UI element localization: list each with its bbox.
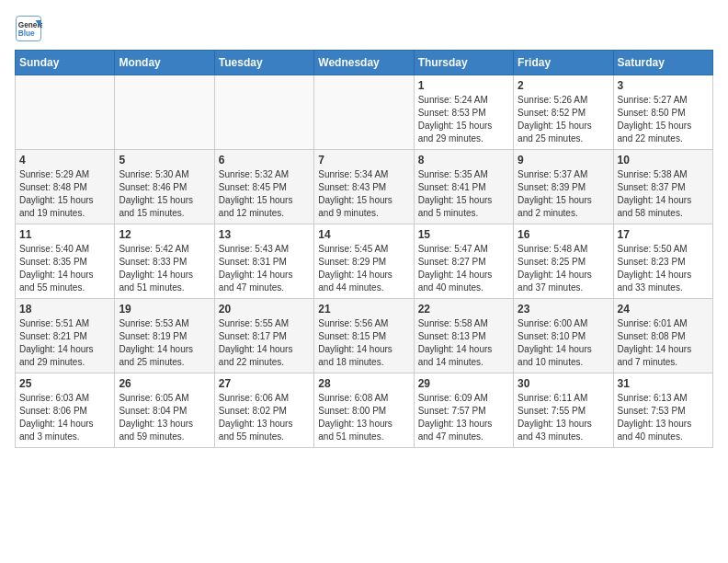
day-number: 18: [19, 303, 110, 316]
calendar-cell: 25Sunrise: 6:03 AM Sunset: 8:06 PM Dayli…: [16, 373, 115, 448]
day-info: Sunrise: 5:24 AM Sunset: 8:53 PM Dayligh…: [418, 94, 509, 145]
day-info: Sunrise: 5:56 AM Sunset: 8:15 PM Dayligh…: [318, 317, 409, 369]
day-number: 21: [318, 303, 409, 316]
weekday-tuesday: Tuesday: [214, 51, 313, 75]
day-number: 10: [618, 154, 709, 167]
day-info: Sunrise: 5:47 AM Sunset: 8:27 PM Dayligh…: [418, 243, 509, 294]
day-info: Sunrise: 5:37 AM Sunset: 8:39 PM Dayligh…: [518, 168, 609, 220]
calendar-body: 1Sunrise: 5:24 AM Sunset: 8:53 PM Daylig…: [16, 75, 713, 448]
weekday-sunday: Sunday: [16, 51, 115, 75]
day-number: 6: [219, 154, 310, 167]
weekday-monday: Monday: [115, 51, 214, 75]
day-number: 26: [119, 377, 210, 390]
calendar-cell: 6Sunrise: 5:32 AM Sunset: 8:45 PM Daylig…: [214, 150, 313, 224]
calendar-cell: 7Sunrise: 5:34 AM Sunset: 8:43 PM Daylig…: [314, 150, 414, 224]
calendar-cell: 23Sunrise: 6:00 AM Sunset: 8:10 PM Dayli…: [514, 299, 613, 373]
day-info: Sunrise: 6:05 AM Sunset: 8:04 PM Dayligh…: [119, 392, 210, 443]
day-number: 9: [518, 154, 609, 167]
day-info: Sunrise: 5:45 AM Sunset: 8:29 PM Dayligh…: [318, 243, 409, 294]
calendar-cell: 17Sunrise: 5:50 AM Sunset: 8:23 PM Dayli…: [613, 224, 712, 299]
day-info: Sunrise: 5:30 AM Sunset: 8:46 PM Dayligh…: [119, 168, 210, 220]
calendar-cell: [314, 75, 414, 150]
calendar-cell: 18Sunrise: 5:51 AM Sunset: 8:21 PM Dayli…: [16, 299, 115, 373]
calendar-cell: 21Sunrise: 5:56 AM Sunset: 8:15 PM Dayli…: [314, 299, 414, 373]
weekday-saturday: Saturday: [613, 51, 712, 75]
day-number: 29: [418, 377, 509, 390]
day-number: 25: [19, 377, 110, 390]
calendar-cell: 31Sunrise: 6:13 AM Sunset: 7:53 PM Dayli…: [613, 373, 712, 448]
calendar-cell: [115, 75, 214, 150]
day-number: 5: [119, 154, 210, 167]
calendar-cell: 20Sunrise: 5:55 AM Sunset: 8:17 PM Dayli…: [214, 299, 313, 373]
calendar-cell: 19Sunrise: 5:53 AM Sunset: 8:19 PM Dayli…: [115, 299, 214, 373]
day-number: 14: [318, 228, 409, 241]
calendar-cell: 16Sunrise: 5:48 AM Sunset: 8:25 PM Dayli…: [514, 224, 613, 299]
day-info: Sunrise: 5:53 AM Sunset: 8:19 PM Dayligh…: [119, 317, 210, 369]
calendar-cell: 12Sunrise: 5:42 AM Sunset: 8:33 PM Dayli…: [115, 224, 214, 299]
day-number: 2: [518, 79, 609, 92]
calendar-cell: 1Sunrise: 5:24 AM Sunset: 8:53 PM Daylig…: [414, 75, 513, 150]
day-info: Sunrise: 5:29 AM Sunset: 8:48 PM Dayligh…: [19, 168, 110, 220]
day-info: Sunrise: 5:43 AM Sunset: 8:31 PM Dayligh…: [219, 243, 310, 294]
day-number: 19: [119, 303, 210, 316]
day-number: 17: [618, 228, 709, 241]
page-header: General Blue: [15, 15, 713, 42]
calendar-cell: [214, 75, 313, 150]
day-info: Sunrise: 6:01 AM Sunset: 8:08 PM Dayligh…: [618, 317, 709, 369]
svg-text:Blue: Blue: [18, 29, 35, 38]
day-info: Sunrise: 6:09 AM Sunset: 7:57 PM Dayligh…: [418, 392, 509, 443]
day-number: 4: [19, 154, 110, 167]
calendar-cell: 28Sunrise: 6:08 AM Sunset: 8:00 PM Dayli…: [314, 373, 414, 448]
day-number: 13: [219, 228, 310, 241]
calendar-table: SundayMondayTuesdayWednesdayThursdayFrid…: [15, 50, 713, 448]
calendar-cell: 29Sunrise: 6:09 AM Sunset: 7:57 PM Dayli…: [414, 373, 513, 448]
calendar-cell: 2Sunrise: 5:26 AM Sunset: 8:52 PM Daylig…: [514, 75, 613, 150]
day-info: Sunrise: 6:08 AM Sunset: 8:00 PM Dayligh…: [318, 392, 409, 443]
day-number: 22: [418, 303, 509, 316]
calendar-cell: 3Sunrise: 5:27 AM Sunset: 8:50 PM Daylig…: [613, 75, 712, 150]
day-info: Sunrise: 6:13 AM Sunset: 7:53 PM Dayligh…: [618, 392, 709, 443]
day-info: Sunrise: 5:50 AM Sunset: 8:23 PM Dayligh…: [618, 243, 709, 294]
logo: General Blue: [15, 15, 46, 42]
calendar-cell: 8Sunrise: 5:35 AM Sunset: 8:41 PM Daylig…: [414, 150, 513, 224]
logo-icon: General Blue: [15, 15, 42, 42]
day-number: 12: [119, 228, 210, 241]
day-info: Sunrise: 6:00 AM Sunset: 8:10 PM Dayligh…: [518, 317, 609, 369]
weekday-thursday: Thursday: [414, 51, 513, 75]
day-number: 11: [19, 228, 110, 241]
calendar-cell: 30Sunrise: 6:11 AM Sunset: 7:55 PM Dayli…: [514, 373, 613, 448]
day-info: Sunrise: 5:40 AM Sunset: 8:35 PM Dayligh…: [19, 243, 110, 294]
calendar-header: SundayMondayTuesdayWednesdayThursdayFrid…: [16, 51, 713, 75]
day-number: 7: [318, 154, 409, 167]
day-info: Sunrise: 5:58 AM Sunset: 8:13 PM Dayligh…: [418, 317, 509, 369]
calendar-week-4: 18Sunrise: 5:51 AM Sunset: 8:21 PM Dayli…: [16, 299, 713, 373]
day-number: 30: [518, 377, 609, 390]
day-number: 1: [418, 79, 509, 92]
day-info: Sunrise: 5:55 AM Sunset: 8:17 PM Dayligh…: [219, 317, 310, 369]
calendar-week-1: 1Sunrise: 5:24 AM Sunset: 8:53 PM Daylig…: [16, 75, 713, 150]
weekday-wednesday: Wednesday: [314, 51, 414, 75]
calendar-week-5: 25Sunrise: 6:03 AM Sunset: 8:06 PM Dayli…: [16, 373, 713, 448]
day-number: 20: [219, 303, 310, 316]
day-info: Sunrise: 5:42 AM Sunset: 8:33 PM Dayligh…: [119, 243, 210, 294]
day-info: Sunrise: 5:51 AM Sunset: 8:21 PM Dayligh…: [19, 317, 110, 369]
day-number: 16: [518, 228, 609, 241]
calendar-cell: 9Sunrise: 5:37 AM Sunset: 8:39 PM Daylig…: [514, 150, 613, 224]
calendar-cell: 11Sunrise: 5:40 AM Sunset: 8:35 PM Dayli…: [16, 224, 115, 299]
day-number: 28: [318, 377, 409, 390]
day-info: Sunrise: 5:27 AM Sunset: 8:50 PM Dayligh…: [618, 94, 709, 145]
calendar-week-2: 4Sunrise: 5:29 AM Sunset: 8:48 PM Daylig…: [16, 150, 713, 224]
calendar-cell: 14Sunrise: 5:45 AM Sunset: 8:29 PM Dayli…: [314, 224, 414, 299]
day-info: Sunrise: 5:26 AM Sunset: 8:52 PM Dayligh…: [518, 94, 609, 145]
weekday-header-row: SundayMondayTuesdayWednesdayThursdayFrid…: [16, 51, 713, 75]
weekday-friday: Friday: [514, 51, 613, 75]
calendar-cell: 22Sunrise: 5:58 AM Sunset: 8:13 PM Dayli…: [414, 299, 513, 373]
day-info: Sunrise: 6:11 AM Sunset: 7:55 PM Dayligh…: [518, 392, 609, 443]
calendar-cell: 13Sunrise: 5:43 AM Sunset: 8:31 PM Dayli…: [214, 224, 313, 299]
calendar-cell: 26Sunrise: 6:05 AM Sunset: 8:04 PM Dayli…: [115, 373, 214, 448]
day-number: 24: [618, 303, 709, 316]
day-info: Sunrise: 5:35 AM Sunset: 8:41 PM Dayligh…: [418, 168, 509, 220]
day-info: Sunrise: 5:38 AM Sunset: 8:37 PM Dayligh…: [618, 168, 709, 220]
day-number: 23: [518, 303, 609, 316]
day-info: Sunrise: 5:48 AM Sunset: 8:25 PM Dayligh…: [518, 243, 609, 294]
